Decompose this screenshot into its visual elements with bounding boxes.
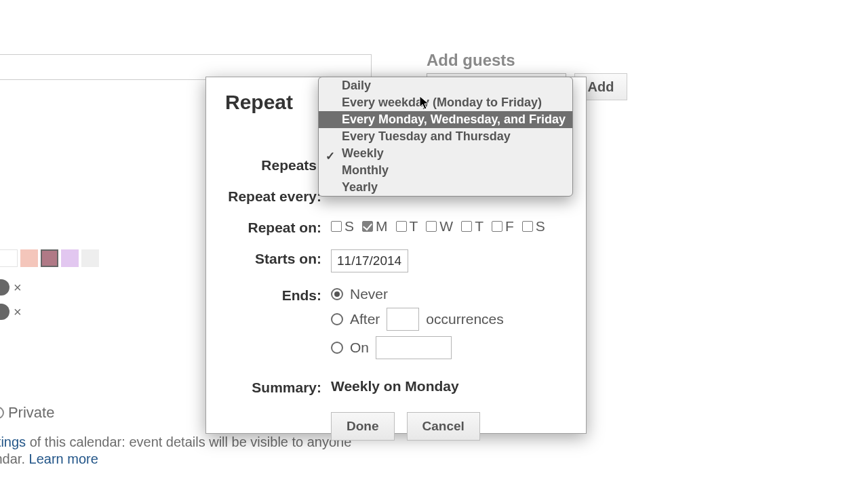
summary-text: Weekly on Monday [331, 378, 567, 396]
starts-on-label: Starts on: [225, 249, 331, 272]
menu-item[interactable]: Every Tuesday and Thursday [319, 128, 572, 145]
color-swatches [0, 249, 99, 267]
color-swatch[interactable] [20, 249, 38, 267]
repeat-on-label: Repeat on: [225, 218, 331, 236]
ends-on-option[interactable]: On [331, 336, 567, 359]
menu-item[interactable]: Every weekday (Monday to Friday) [319, 94, 572, 111]
ends-after-option[interactable]: Afteroccurrences [331, 308, 567, 331]
color-swatch[interactable] [0, 249, 18, 267]
repeats-label: Repeats: [225, 156, 331, 174]
menu-item[interactable]: Daily [319, 77, 572, 94]
checkbox-icon [426, 221, 437, 232]
ends-label: Ends: [225, 286, 331, 365]
day-5[interactable]: F [492, 218, 514, 235]
guest-chip: × [0, 279, 22, 296]
remove-icon[interactable]: × [14, 304, 22, 320]
radio-icon [331, 313, 343, 325]
color-swatch[interactable] [61, 249, 79, 267]
checkbox-icon [522, 221, 533, 232]
occurrences-input[interactable] [387, 308, 419, 331]
checkbox-icon [492, 221, 502, 232]
day-4[interactable]: T [461, 218, 484, 235]
checkbox-icon [396, 221, 407, 232]
day-0[interactable]: S [331, 218, 354, 235]
privacy-private-radio[interactable] [0, 407, 4, 419]
sharing-settings-link[interactable]: sharing settings [0, 434, 26, 449]
day-6[interactable]: S [522, 218, 545, 235]
ends-never-option[interactable]: Never [331, 286, 567, 302]
checkbox-icon [331, 221, 342, 232]
radio-icon [331, 342, 343, 354]
privacy-private-label: Private [8, 404, 54, 422]
guest-chip: × [0, 304, 22, 320]
repeat-every-label: Repeat every: [225, 187, 331, 205]
day-1[interactable]: M [362, 218, 388, 235]
start-date-input[interactable] [331, 249, 408, 272]
menu-item[interactable]: Yearly [319, 179, 572, 196]
add-guests-heading: Add guests [427, 51, 515, 70]
menu-item[interactable]: Every Monday, Wednesday, and Friday [319, 111, 572, 128]
repeat-on-days: SMTWTFS [331, 218, 567, 235]
privacy-row: ic Private [0, 404, 54, 422]
color-swatch-selected[interactable] [41, 249, 58, 267]
day-3[interactable]: W [426, 218, 453, 235]
done-button[interactable]: Done [331, 412, 395, 441]
day-2[interactable]: T [396, 218, 418, 235]
learn-more-link[interactable]: Learn more [29, 451, 98, 466]
remove-icon[interactable]: × [14, 280, 22, 296]
cancel-button[interactable]: Cancel [407, 412, 480, 441]
menu-item[interactable]: ✓Weekly [319, 145, 572, 162]
repeats-dropdown-menu: DailyEvery weekday (Monday to Friday)Eve… [318, 77, 573, 197]
radio-icon [331, 288, 343, 300]
checkbox-icon [362, 221, 373, 232]
summary-label: Summary: [225, 378, 331, 396]
end-date-input[interactable] [376, 336, 452, 359]
checkbox-icon [461, 221, 472, 232]
color-swatch[interactable] [81, 249, 99, 267]
menu-item[interactable]: Monthly [319, 162, 572, 179]
